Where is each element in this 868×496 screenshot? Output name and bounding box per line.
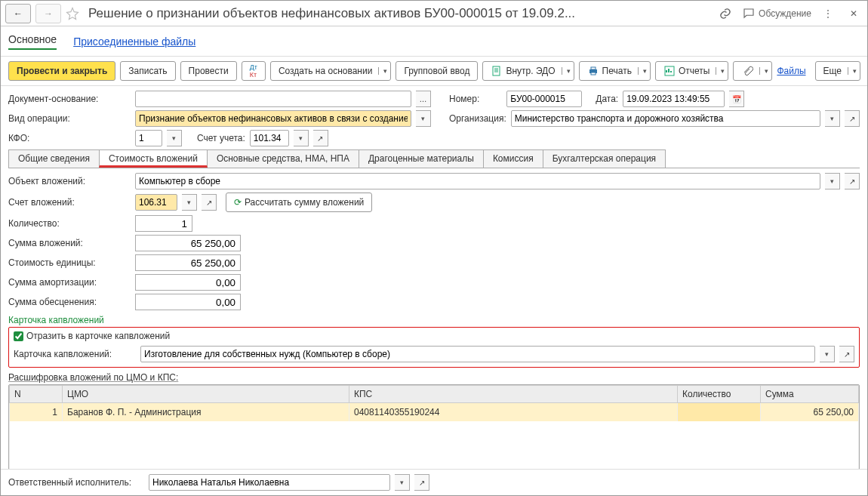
- responsible-dropdown[interactable]: [395, 474, 410, 491]
- inv-object-dropdown[interactable]: [825, 173, 840, 189]
- calendar-icon: 📅: [732, 95, 741, 103]
- close-icon[interactable]: ✕: [845, 4, 863, 23]
- account-dropdown[interactable]: [294, 130, 309, 146]
- create-based-on-button[interactable]: Создать на основании▾: [270, 61, 392, 81]
- attach-button[interactable]: ▾: [733, 61, 772, 81]
- inv-account-open[interactable]: ↗: [202, 194, 217, 211]
- sum-field[interactable]: [135, 235, 241, 251]
- operation-type-dropdown[interactable]: [416, 110, 431, 127]
- group-input-button[interactable]: Групповой ввод: [396, 61, 478, 81]
- breakdown-grid[interactable]: N ЦМО КПС Количество Сумма 1 Баранов Ф. …: [8, 384, 860, 482]
- inv-account-dropdown[interactable]: [182, 194, 197, 211]
- date-field[interactable]: [623, 91, 725, 107]
- svg-rect-3: [591, 72, 596, 75]
- internal-edo-button[interactable]: Внутр. ЭДО▾: [482, 61, 574, 81]
- account-field[interactable]: [250, 130, 289, 146]
- post-button[interactable]: Провести: [180, 61, 237, 81]
- files-link[interactable]: Файлы: [777, 66, 805, 76]
- link-icon[interactable]: [716, 4, 734, 23]
- section-attached-files[interactable]: Присоединенные файлы: [73, 35, 195, 48]
- date-label: Дата:: [596, 94, 618, 104]
- discuss-button[interactable]: Обсуждение: [742, 4, 811, 23]
- unit-cost-label: Стоимость единицы:: [8, 257, 131, 268]
- post-and-close-button[interactable]: Провести и закрыть: [8, 61, 115, 81]
- number-label: Номер:: [449, 94, 479, 104]
- doc-basis-field[interactable]: [135, 91, 411, 107]
- account-open-button[interactable]: ↗: [313, 130, 328, 146]
- col-sum[interactable]: Сумма: [761, 386, 859, 403]
- debit-credit-button[interactable]: ДтКт: [242, 61, 266, 81]
- document-icon: [491, 65, 503, 77]
- print-button[interactable]: Печать▾: [579, 61, 651, 81]
- number-field[interactable]: [506, 91, 582, 107]
- capex-card-open[interactable]: ↗: [839, 346, 854, 362]
- tab-accounting[interactable]: Бухгалтерская операция: [543, 149, 666, 168]
- capex-card-title: Карточка капвложений: [8, 315, 860, 325]
- responsible-open[interactable]: ↗: [414, 474, 429, 491]
- kebab-menu-icon[interactable]: ⋮: [819, 4, 837, 23]
- nav-back-button[interactable]: ←: [5, 4, 31, 23]
- inv-object-label: Объект вложений:: [8, 176, 131, 186]
- col-n[interactable]: N: [10, 386, 63, 403]
- account-label: Счет учета:: [197, 133, 245, 143]
- org-dropdown[interactable]: [825, 110, 840, 127]
- doc-basis-picker[interactable]: …: [416, 91, 431, 107]
- kfo-dropdown[interactable]: [167, 130, 182, 146]
- section-main[interactable]: Основное: [8, 33, 57, 50]
- inv-account-field[interactable]: [135, 194, 177, 211]
- discuss-label: Обсуждение: [759, 8, 811, 19]
- inv-account-label: Счет вложений:: [8, 197, 131, 208]
- org-label: Организация:: [449, 113, 506, 124]
- save-button[interactable]: Записать: [120, 61, 175, 81]
- reflect-in-card-checkbox[interactable]: Отразить в карточке капвложений: [14, 331, 854, 341]
- responsible-label: Ответственный исполнитель:: [8, 477, 144, 488]
- inv-object-field[interactable]: [135, 173, 820, 189]
- depreciation-label: Сумма обесценения:: [8, 297, 131, 307]
- reports-button[interactable]: Отчеты▾: [655, 61, 728, 81]
- svg-rect-0: [493, 66, 500, 75]
- breakdown-title: Расшифровка вложений по ЦМО и КПС:: [8, 372, 860, 383]
- table-row[interactable]: 1 Баранов Ф. П. - Администрация 04081140…: [10, 403, 859, 422]
- inv-object-open[interactable]: ↗: [845, 173, 860, 189]
- col-cmo[interactable]: ЦМО: [63, 386, 349, 403]
- document-title: Решение о признании объектов нефинансовы…: [88, 6, 712, 21]
- operation-type-label: Вид операции:: [8, 113, 131, 124]
- tab-investment-cost[interactable]: Стоимость вложений: [99, 149, 208, 168]
- reports-icon: [663, 65, 676, 77]
- more-button[interactable]: Еще▾: [815, 61, 860, 81]
- kfo-label: КФО:: [8, 133, 131, 143]
- unit-cost-field[interactable]: [135, 254, 241, 271]
- refresh-icon: ⟳: [234, 197, 242, 208]
- org-field[interactable]: [511, 110, 820, 127]
- capex-card-field[interactable]: [140, 346, 815, 362]
- recalc-button[interactable]: ⟳ Рассчитать сумму вложений: [226, 193, 372, 212]
- qty-label: Количество:: [8, 218, 131, 229]
- printer-icon: [587, 65, 599, 77]
- col-kps[interactable]: КПС: [349, 386, 678, 403]
- reflect-checkbox-label: Отразить в карточке капвложений: [26, 331, 170, 341]
- org-open-button[interactable]: ↗: [845, 110, 860, 127]
- depreciation-field[interactable]: [135, 294, 241, 310]
- nav-forward-button[interactable]: →: [35, 4, 61, 23]
- tab-precious[interactable]: Драгоценные материалы: [359, 149, 484, 168]
- qty-field[interactable]: [135, 215, 192, 232]
- amort-field[interactable]: [135, 274, 241, 291]
- favorite-star-icon[interactable]: [66, 7, 79, 20]
- arrow-left-icon: ←: [14, 8, 23, 19]
- reflect-checkbox-input[interactable]: [14, 331, 23, 341]
- date-picker-button[interactable]: 📅: [729, 91, 744, 107]
- dt-kt-icon: ДтКт: [250, 63, 257, 79]
- kfo-field[interactable]: [135, 130, 162, 146]
- svg-rect-2: [591, 67, 596, 69]
- col-qty[interactable]: Количество: [678, 386, 761, 403]
- tab-fixed-assets[interactable]: Основные средства, НМА, НПА: [207, 149, 359, 168]
- inner-tabs: Общие сведения Стоимость вложений Основн…: [8, 149, 860, 168]
- sum-label: Сумма вложений:: [8, 238, 131, 248]
- responsible-field[interactable]: [149, 474, 390, 491]
- capex-card-dropdown[interactable]: [820, 346, 835, 362]
- tab-commission[interactable]: Комиссия: [483, 149, 543, 168]
- tab-general[interactable]: Общие сведения: [8, 149, 100, 168]
- capex-card-highlight-box: Отразить в карточке капвложений Карточка…: [8, 327, 860, 368]
- arrow-right-icon: →: [44, 8, 53, 19]
- operation-type-field[interactable]: [135, 110, 411, 127]
